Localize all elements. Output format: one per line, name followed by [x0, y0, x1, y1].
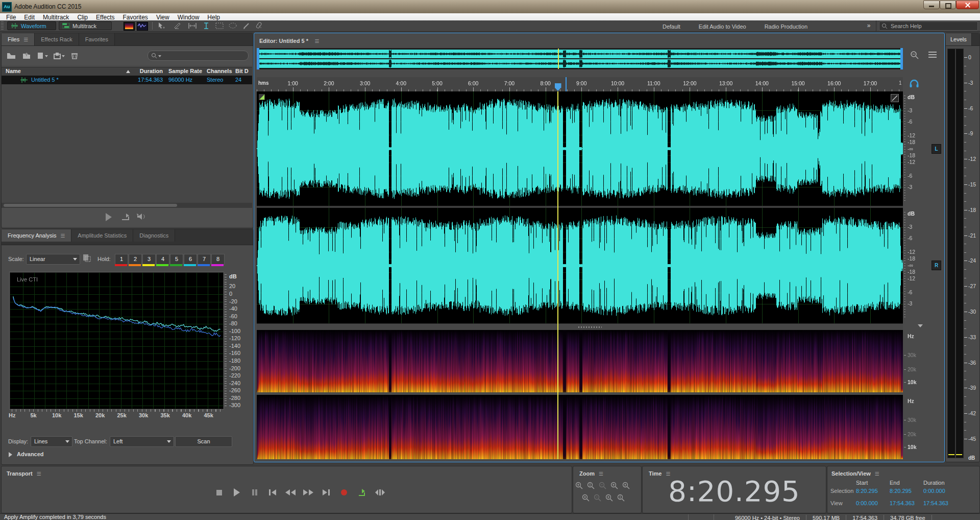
toolbar-grip[interactable] [1, 21, 4, 30]
right-channel-button[interactable]: R [932, 261, 941, 270]
files-horizontal-scrollbar[interactable] [2, 203, 252, 208]
advanced-label[interactable]: Advanced [17, 451, 44, 457]
tab-diagnostics[interactable]: Diagnostics [133, 229, 175, 242]
waveform-view-button[interactable]: Waveform [7, 21, 56, 30]
preview-loop-button[interactable] [121, 212, 130, 221]
headphone-monitor-icon[interactable] [909, 79, 919, 88]
waveform-display[interactable] [257, 91, 903, 323]
razor-tool-icon[interactable] [174, 22, 182, 30]
selview-view-duration[interactable]: 17:54.363 [923, 500, 948, 506]
selview-view-start[interactable]: 0:00.000 [856, 500, 878, 506]
workspace-default[interactable]: Default [653, 21, 690, 32]
file-row-untitled-5[interactable]: Untitled 5 * 17:54.363 96000 Hz Stereo 2… [2, 76, 252, 84]
frequency-analysis-plot[interactable] [10, 272, 224, 409]
splitter-grip[interactable] [578, 326, 602, 328]
lasso-selection-tool-icon[interactable] [229, 22, 237, 29]
workspace-edit-audio-to-video[interactable]: Edit Audio to Video [690, 21, 755, 32]
selview-selection-start[interactable]: 8:20.295 [856, 488, 878, 494]
loop-playback-button[interactable] [356, 488, 368, 497]
display-dropdown[interactable]: Lines [31, 436, 72, 447]
rewind-button[interactable] [285, 488, 296, 497]
zoom-out-amplitude-button[interactable] [587, 482, 596, 490]
tab-files[interactable]: Files☰ [2, 33, 35, 45]
hold-button-3[interactable]: 3 [142, 254, 156, 265]
column-header-channels[interactable]: Channels [207, 68, 232, 74]
preview-autoplay-button[interactable] [136, 212, 146, 221]
new-file-icon[interactable] [37, 52, 48, 59]
scan-button[interactable]: Scan [175, 436, 232, 447]
panel-menu-icon[interactable]: ☰ [37, 471, 41, 477]
go-to-start-button[interactable] [267, 488, 278, 497]
column-header-sample-rate[interactable]: Sample Rate [168, 68, 202, 74]
panel-menu-icon[interactable]: ☰ [875, 471, 879, 477]
zoom-in-point-button[interactable] [610, 482, 619, 490]
workspace-radio-production[interactable]: Radio Production [755, 21, 817, 32]
time-display[interactable]: 8:20.295 [643, 475, 826, 508]
panel-menu-icon[interactable]: ☰ [599, 471, 603, 477]
zoom-out-full-icon[interactable] [910, 51, 919, 60]
search-help-box[interactable]: Search Help [879, 21, 978, 31]
maximize-button[interactable] [940, 1, 956, 9]
go-to-end-button[interactable] [321, 488, 332, 497]
editor-title[interactable]: Editor: Untitled 5 * ☰ [259, 36, 319, 45]
selview-selection-end[interactable]: 8:20.295 [890, 488, 912, 494]
files-search-input[interactable] [148, 51, 249, 61]
scale-dropdown[interactable]: Linear [26, 254, 80, 265]
overview-right-handle[interactable] [900, 48, 903, 69]
waveform-display-toggle[interactable] [137, 22, 148, 31]
hold-button-5[interactable]: 5 [170, 254, 183, 265]
zoom-in-amplitude-button[interactable] [582, 494, 591, 503]
hold-button-1[interactable]: 1 [115, 254, 128, 265]
minimize-button[interactable] [923, 1, 940, 9]
level-meter[interactable] [947, 49, 964, 458]
tab-amplitude-statistics[interactable]: Amplitude Statistics [71, 229, 133, 242]
insert-multitrack-icon[interactable] [54, 52, 65, 59]
levels-tab[interactable]: Levels [946, 33, 972, 45]
close-button[interactable] [956, 1, 979, 9]
overview-left-handle[interactable] [257, 48, 259, 69]
fast-forward-button[interactable] [303, 488, 314, 497]
spectral-display-toggle[interactable] [124, 22, 135, 31]
column-header-bit-d[interactable]: Bit D [235, 68, 249, 74]
panel-menu-icon[interactable]: ☰ [314, 38, 319, 44]
move-tool-icon[interactable] [157, 22, 165, 30]
top-channel-dropdown[interactable]: Left [110, 436, 174, 447]
skip-selection-button[interactable] [374, 488, 385, 497]
copy-to-clipboard-icon[interactable] [82, 253, 91, 263]
overview-navigator[interactable] [257, 48, 903, 69]
tab-favorites[interactable]: Favorites [79, 33, 115, 45]
zoom-out-point-button[interactable] [622, 482, 631, 490]
hold-button-4[interactable]: 4 [156, 254, 169, 265]
hold-button-6[interactable]: 6 [184, 254, 197, 265]
healing-brush-tool-icon[interactable] [255, 22, 263, 30]
advanced-expander-icon[interactable] [9, 452, 12, 457]
marquee-selection-tool-icon[interactable] [215, 22, 224, 29]
play-button[interactable] [231, 488, 242, 497]
title-bar[interactable]: Au Adobe Audition CC 2015 [0, 0, 980, 14]
workspace-overflow-button[interactable]: » [863, 20, 875, 31]
zoom-reset-button[interactable] [617, 494, 626, 503]
spectral-display[interactable] [257, 330, 903, 459]
import-file-icon[interactable] [22, 52, 31, 59]
files-list-area[interactable] [2, 84, 252, 203]
multitrack-view-button[interactable]: Multitrack [59, 21, 112, 30]
hold-button-2[interactable]: 2 [129, 254, 142, 265]
column-header-name[interactable]: Name [6, 68, 21, 74]
hold-button-7[interactable]: 7 [198, 254, 211, 265]
tab-effects-rack[interactable]: Effects Rack [35, 33, 79, 45]
display-options-icon[interactable] [928, 51, 937, 59]
trash-icon[interactable] [71, 52, 78, 59]
preview-play-button[interactable] [106, 213, 112, 221]
zoom-selection-button[interactable] [605, 494, 614, 503]
slip-tool-icon[interactable] [188, 22, 197, 30]
pause-button[interactable] [249, 488, 260, 497]
zoom-out-full-button[interactable] [599, 482, 607, 490]
left-channel-button[interactable]: L [932, 144, 941, 154]
panel-menu-icon[interactable]: ☰ [60, 233, 65, 239]
stop-button[interactable] [213, 488, 225, 497]
open-file-icon[interactable] [7, 52, 16, 59]
timeline-ruler[interactable]: hms 1 1:002:003:004:005:006:007:008:009:… [257, 77, 903, 92]
spectral-scale-collapse-icon[interactable] [918, 324, 923, 327]
pencil-tool-icon[interactable] [242, 22, 250, 30]
zoom-out-vertical-button[interactable] [594, 494, 602, 503]
